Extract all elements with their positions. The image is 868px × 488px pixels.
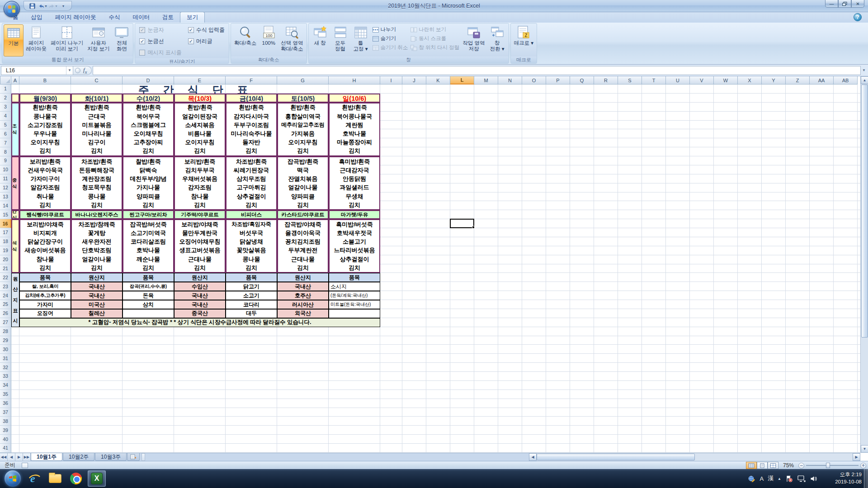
origin-header-cell[interactable]: 품목 <box>19 273 71 282</box>
row-header-7[interactable]: 7 <box>0 138 11 147</box>
sheet-tab-10월1주[interactable]: 10월1주 <box>31 453 62 461</box>
name-box-dropdown-arrow[interactable]: ▼ <box>66 66 73 75</box>
row-header-24[interactable]: 24 <box>0 291 11 300</box>
column-header-Q[interactable]: Q <box>570 76 594 84</box>
row-header-28[interactable]: 28 <box>0 327 11 336</box>
row-header-20[interactable]: 20 <box>0 255 11 264</box>
origin-cell[interactable]: 돈육 <box>123 291 174 300</box>
origin-cell[interactable]: 중국산 <box>174 309 226 318</box>
ribbon-tab-삽입[interactable]: 삽입 <box>25 12 49 23</box>
snack-cell[interactable]: 쨈식빵/야쿠르트 <box>19 210 71 219</box>
show-hidden-icons-button[interactable]: ▲ <box>778 477 781 481</box>
menu-day-cell[interactable]: 보리밥/야채죽비지찌개닭살간장구이새송이버섯볶음참나물김치 <box>19 219 71 273</box>
origin-cell[interactable]: 국내산 <box>174 291 226 300</box>
row-header-19[interactable]: 19 <box>0 246 11 255</box>
menu-day-cell[interactable]: 흰밥/흰죽얼갈이된장국소세지볶음비름나물오이지무침김치 <box>174 103 226 156</box>
headings-checkbox[interactable]: ✓머리글 <box>188 38 225 45</box>
horizontal-scroll-thumb[interactable] <box>537 454 695 460</box>
origin-header-cell[interactable]: 원산지 <box>71 273 123 282</box>
origin-cell[interactable]: 미트볼(돈육:국내산) <box>329 300 380 309</box>
row-header-15[interactable]: 15 <box>0 210 11 219</box>
column-header-E[interactable]: E <box>174 76 226 84</box>
column-header-L[interactable]: L <box>450 76 474 84</box>
menu-day-cell[interactable]: 흰밥/흰죽북어콩나물국계란찜호박나물마늘쫑장아찌김치 <box>329 103 380 156</box>
select-all-corner[interactable] <box>0 76 11 84</box>
origin-cell[interactable]: 러시아산 <box>277 300 329 309</box>
row-header-35[interactable]: 35 <box>0 390 11 399</box>
column-header-S[interactable]: S <box>618 76 642 84</box>
menu-day-cell[interactable]: 흰밥/흰죽콩나물국소고기장조림무우나물오이지무침김치 <box>19 103 71 156</box>
row-header-27[interactable]: 27 <box>0 318 11 327</box>
column-header-AA[interactable]: AA <box>810 76 834 84</box>
column-header-D[interactable]: D <box>123 76 174 84</box>
excel-taskbar-button[interactable]: X <box>88 470 106 487</box>
ribbon-tab-검토[interactable]: 검토 <box>156 12 180 23</box>
origin-cell[interactable] <box>123 309 174 318</box>
horizontal-scrollbar[interactable]: ◀ ▶ <box>529 453 860 461</box>
day-header-cell[interactable]: 화(10/1) <box>71 94 123 103</box>
new-window-button[interactable]: 새 창 <box>310 24 330 56</box>
row-header-18[interactable]: 18 <box>0 237 11 246</box>
origin-header-cell[interactable]: 원산지 <box>174 273 226 282</box>
ime-english-indicator[interactable]: A <box>760 475 764 482</box>
name-box[interactable]: L16 ▼ <box>1 66 73 75</box>
column-header-O[interactable]: O <box>522 76 546 84</box>
menu-day-cell[interactable]: 흰밥/흰죽홍합살미역국메추리알고추조림가지볶음오이지무침김치 <box>277 103 329 156</box>
origin-cell[interactable]: 김치(배추,고추가루) <box>19 291 71 300</box>
formula-input[interactable] <box>93 66 861 75</box>
snack-cell[interactable]: 바나나/오렌지주스 <box>71 210 123 219</box>
save-workspace-button[interactable]: 작업 영역 저장 <box>461 24 486 56</box>
column-header-Z[interactable]: Z <box>786 76 810 84</box>
chrome-button[interactable] <box>67 470 85 487</box>
column-header-U[interactable]: U <box>666 76 690 84</box>
origin-cell[interactable]: 칠레산 <box>71 309 123 318</box>
menu-day-cell[interactable]: 흰밥/흰죽감자다시마국두부구이조림미나리숙주나물돌자반김치 <box>226 103 277 156</box>
row-header-6[interactable]: 6 <box>0 129 11 138</box>
row-header-32[interactable]: 32 <box>0 363 11 372</box>
ribbon-tab-페이지 레이아웃[interactable]: 페이지 레이아웃 <box>49 12 103 23</box>
row-header-9[interactable]: 9 <box>0 156 11 165</box>
menu-day-cell[interactable]: 보리밥/흰죽건새우아욱국가자미구이알감자조림취나물김치 <box>19 156 71 210</box>
menu-day-cell[interactable]: 흑미밥/버섯죽호박새우젓국소불고기느타리버섯볶음상추겉절이김치 <box>329 219 380 273</box>
next-sheet-button[interactable]: ▶ <box>15 453 23 461</box>
row-header-34[interactable]: 34 <box>0 381 11 390</box>
column-header-N[interactable]: N <box>498 76 522 84</box>
page-layout-view-shortcut-button[interactable] <box>757 462 768 469</box>
column-header-M[interactable]: M <box>474 76 498 84</box>
row-header-33[interactable]: 33 <box>0 372 11 381</box>
note-row[interactable]: * 고혈압- 저염식 당뇨식- 잡곡밥 * * 상기 식단은 시장수급사정에 따… <box>19 318 380 327</box>
page-break-preview-button[interactable]: 페이지 나누기 미리 보기 <box>49 24 85 56</box>
menu-day-cell[interactable]: 보리밥/흰죽김치두부국우채버섯볶음감자조림참나물김치 <box>174 156 226 210</box>
minimize-button[interactable]: — <box>825 0 838 8</box>
day-header-cell[interactable]: 수(10/2) <box>123 94 174 103</box>
split-button[interactable]: 나누기 <box>372 26 408 33</box>
volume-icon[interactable] <box>810 475 817 483</box>
row-header-41[interactable]: 41 <box>0 444 11 453</box>
column-header-J[interactable]: J <box>402 76 426 84</box>
origin-cell[interactable]: 국내산 <box>174 300 226 309</box>
origin-cell[interactable]: 소고기 <box>226 291 277 300</box>
origin-cell[interactable]: 국내산 <box>71 291 123 300</box>
menu-day-cell[interactable]: 보리밥/야채죽물만두계란국오징어야채무침생표고버섯볶음근대나물김치 <box>174 219 226 273</box>
ime-language-icon[interactable] <box>748 475 755 483</box>
office-button[interactable] <box>4 1 20 17</box>
row-header-21[interactable]: 21 <box>0 264 11 273</box>
selected-cell[interactable] <box>450 219 474 228</box>
menu-day-cell[interactable]: 잡곡밥/야채죽올갱이아욱국꽁치김치조림두부계란전근대나물김치 <box>277 219 329 273</box>
page-layout-view-button[interactable]: 페이지 레이아웃 <box>24 24 48 56</box>
origin-header-cell[interactable]: 품목 <box>226 273 277 282</box>
origin-cell[interactable]: 오징어 <box>19 309 71 318</box>
zoom-button[interactable]: 확대/축소 <box>232 24 258 56</box>
scroll-up-button[interactable]: ▲ <box>861 76 868 84</box>
hide-button[interactable]: 숨기기 <box>372 35 408 42</box>
zoom-slider-track[interactable] <box>806 465 859 466</box>
row-header-5[interactable]: 5 <box>0 121 11 130</box>
zoom-out-button[interactable]: − <box>798 463 804 469</box>
close-button[interactable]: ✕ <box>851 0 864 8</box>
origin-cell[interactable]: 국내산 <box>277 282 329 291</box>
last-sheet-button[interactable]: ▶▶ <box>23 453 31 461</box>
row-header-12[interactable]: 12 <box>0 183 11 192</box>
origin-cell[interactable] <box>329 309 380 318</box>
row-header-23[interactable]: 23 <box>0 282 11 291</box>
column-header-H[interactable]: H <box>329 76 380 84</box>
